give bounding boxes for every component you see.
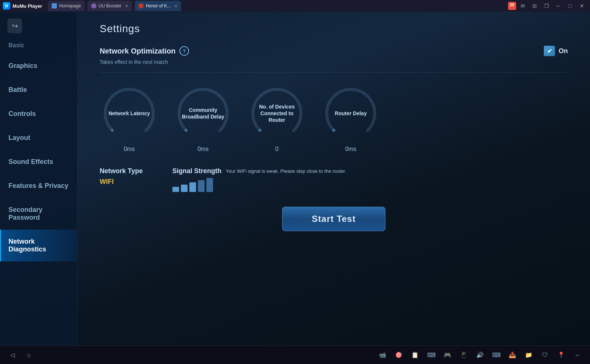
signal-bar-5 [206, 178, 213, 192]
close-button[interactable]: ✕ [577, 2, 587, 10]
sidebar-item-basic[interactable]: Basic [0, 37, 77, 54]
sidebar-item-secondary-password[interactable]: Secondary Password [0, 198, 77, 230]
uu-booster-icon [91, 3, 96, 8]
tab-homepage-label: Homepage [59, 3, 81, 8]
taskbar-download-icon[interactable]: 📥 [507, 350, 518, 360]
tab-honor-label: Honor of K... [146, 3, 171, 8]
logo-icon: M [3, 2, 10, 10]
honor-icon [138, 3, 144, 8]
taskbar: ◁ ⌂ 📹 🎯 📋 ⌨ 🎮 📱 🔊 ⌨ 📥 📁 🛡 📍 ↔ [0, 346, 590, 364]
taskbar-keyboard2-icon[interactable]: ⌨ [491, 350, 501, 360]
toggle-checkbox[interactable]: ✔ [544, 46, 555, 56]
taskbar-location-icon[interactable]: 📍 [556, 350, 566, 360]
gauge-circle-latency: Network Latency [100, 84, 159, 143]
gauges-row: Network Latency 0ms Community Broadband … [100, 84, 568, 152]
taskbar-keyboard-icon[interactable]: ⌨ [426, 350, 436, 360]
tab-homepage[interactable]: Homepage [48, 1, 85, 11]
taskbar-folder-icon[interactable]: 📁 [524, 350, 534, 360]
tab-honor-of-kings[interactable]: Honor of K... ✕ [135, 1, 181, 11]
signal-strength-block: Signal Strength Your WiFi signal is weak… [172, 167, 346, 192]
taskbar-target-icon[interactable]: 🎯 [394, 350, 404, 360]
gauge-label-latency: Network Latency [100, 84, 159, 143]
signal-bar-1 [172, 187, 179, 192]
taskbar-gamepad-icon[interactable]: 🎮 [442, 350, 453, 360]
sidebar-item-sound-effects[interactable]: Sound Effects [0, 150, 77, 174]
network-optimization-subtitle: Takes effect in the next match [100, 59, 568, 65]
taskbar-clipboard-icon[interactable]: 📋 [410, 350, 420, 360]
titlebar-controls: 29 ✉ ⊟ ❐ ─ □ ✕ [508, 2, 587, 10]
help-icon[interactable]: ? [179, 46, 189, 56]
taskbar-back-button[interactable]: ◁ [7, 350, 18, 360]
signal-bar-3 [189, 182, 196, 192]
network-info-row: Network Type WIFI Signal Strength Your W… [100, 167, 568, 192]
signal-bar-2 [181, 185, 188, 192]
sidebar-item-features-privacy[interactable]: Features & Privacy [0, 174, 77, 198]
sidebar-item-graphics[interactable]: Graphics [0, 54, 77, 78]
signal-bars [172, 178, 346, 192]
sidebar-item-battle[interactable]: Battle [0, 78, 77, 102]
restore-button[interactable]: ❐ [541, 2, 552, 10]
sidebar: ↩ Basic Graphics Battle Controls Layout … [0, 12, 78, 346]
taskbar-shield-icon[interactable]: 🛡 [540, 350, 550, 360]
sidebar-item-layout[interactable]: Layout [0, 126, 77, 150]
sidebar-item-network-diagnostics[interactable]: Network Diagnostics [0, 230, 77, 261]
gauge-label-router: Router Delay [321, 84, 380, 143]
gauge-circle-devices: No. of Devices Connected to Router [247, 84, 306, 143]
gauge-circle-router: Router Delay [321, 84, 380, 143]
tab-uu-label: UU Booster [99, 3, 121, 8]
minimize-all-button[interactable]: ⊟ [529, 2, 540, 10]
network-type-block: Network Type WIFI [100, 167, 143, 186]
titlebar: M MuMu Player Homepage UU Booster ✕ Hono… [0, 0, 590, 12]
homepage-icon [52, 3, 57, 8]
tab-uu-booster[interactable]: UU Booster ✕ [88, 1, 132, 11]
taskbar-resize-icon[interactable]: ↔ [572, 350, 583, 360]
gauge-devices-connected: No. of Devices Connected to Router 0 [247, 84, 306, 152]
app-name: MuMu Player [13, 3, 42, 9]
signal-warning: Your WiFi signal is weak. Please stay cl… [226, 168, 346, 174]
signal-label: Signal Strength [172, 167, 222, 175]
signal-label-row: Signal Strength Your WiFi signal is weak… [172, 167, 346, 175]
minimize-button[interactable]: ─ [553, 2, 563, 10]
content-area: Settings Network Optimization ? ✔ On Tak… [78, 12, 590, 346]
network-type-label: Network Type [100, 167, 143, 175]
start-test-button[interactable]: Start Test [282, 207, 386, 231]
notification-badge: 29 [508, 2, 516, 10]
message-button[interactable]: ✉ [518, 2, 528, 10]
page-title: Settings [100, 23, 568, 35]
content-inner: Settings Network Optimization ? ✔ On Tak… [78, 12, 590, 346]
network-optimization-row: Network Optimization ? ✔ On [100, 46, 568, 56]
taskbar-camera-icon[interactable]: 📹 [377, 350, 388, 360]
app-logo: M MuMu Player [3, 2, 42, 10]
gauge-label-devices: No. of Devices Connected to Router [247, 84, 306, 143]
network-optimization-title: Network Optimization ? [100, 46, 189, 56]
toggle-label: On [559, 47, 568, 55]
taskbar-home-button[interactable]: ⌂ [24, 350, 34, 360]
sidebar-back: ↩ [0, 12, 77, 37]
tab-honor-close[interactable]: ✕ [174, 4, 177, 8]
section-divider [100, 72, 568, 73]
tab-uu-close[interactable]: ✕ [125, 4, 128, 8]
maximize-button[interactable]: □ [565, 2, 575, 10]
taskbar-volume-icon[interactable]: 🔊 [475, 350, 485, 360]
gauge-router-delay: Router Delay 0ms [321, 84, 380, 152]
network-type-value: WIFI [100, 178, 143, 186]
taskbar-screen-icon[interactable]: 📱 [459, 350, 469, 360]
gauge-network-latency: Network Latency 0ms [100, 84, 159, 152]
toggle-wrapper: ✔ On [544, 46, 568, 56]
gauge-circle-broadband: Community Broadband Delay [174, 84, 233, 143]
gauge-community-broadband: Community Broadband Delay 0ms [174, 84, 233, 152]
signal-bar-4 [198, 180, 205, 192]
sidebar-item-controls[interactable]: Controls [0, 102, 77, 126]
gauge-label-broadband: Community Broadband Delay [174, 84, 233, 143]
back-button[interactable]: ↩ [7, 18, 22, 33]
